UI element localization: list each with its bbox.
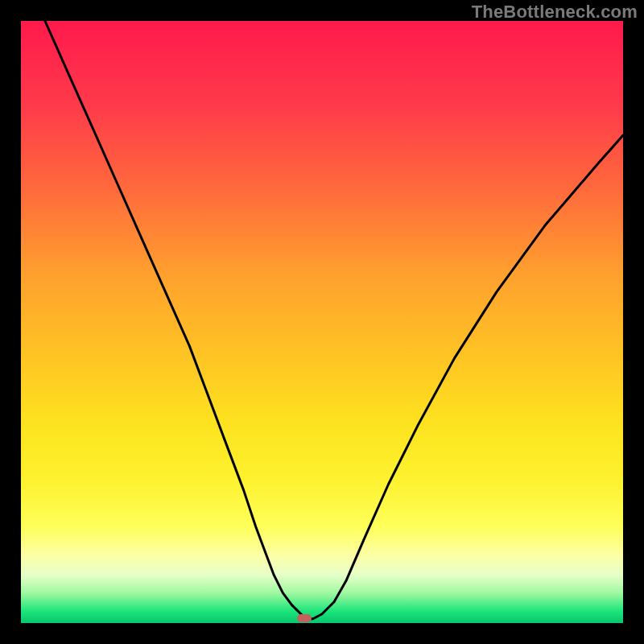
bottleneck-curve <box>45 21 623 619</box>
curve-layer <box>21 21 623 623</box>
plot-area <box>21 21 623 623</box>
min-marker <box>297 614 312 622</box>
chart-container: TheBottleneck.com <box>0 0 644 644</box>
watermark-text: TheBottleneck.com <box>472 2 638 23</box>
